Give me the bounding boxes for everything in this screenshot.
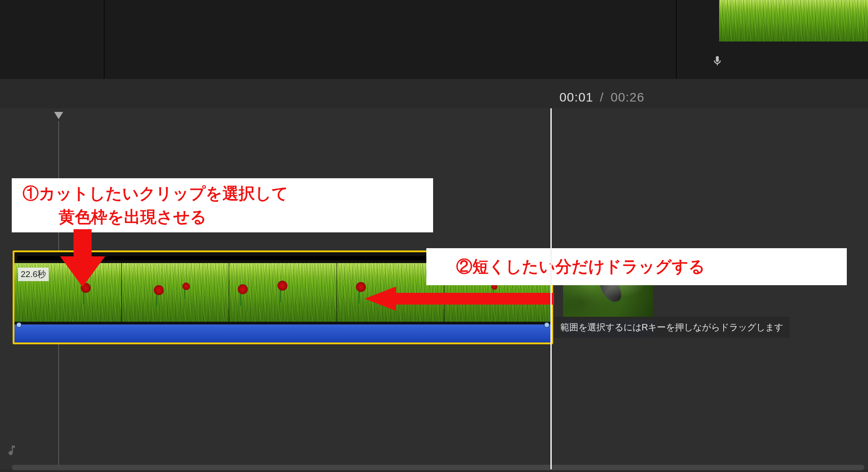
clip-audio-track[interactable] (14, 324, 551, 342)
svg-marker-2 (365, 287, 554, 311)
vertical-divider (104, 0, 105, 79)
music-note-icon (5, 444, 18, 457)
arrow-down-icon (52, 229, 111, 288)
annotation-step1: ①カットしたいクリップを選択して 黄色枠を出現させる (12, 178, 433, 232)
svg-marker-0 (54, 112, 63, 119)
playhead-start-marker[interactable] (52, 110, 65, 123)
timecode-duration: 00:26 (610, 90, 644, 104)
playhead[interactable] (550, 108, 552, 469)
audio-fade-handle-right[interactable] (544, 322, 549, 328)
annotation-text: ①カットしたいクリップを選択して (23, 182, 433, 205)
arrow-left-icon (365, 287, 554, 311)
viewer-toolbar (0, 0, 868, 79)
annotation-step2: ②短くしたい分だけドラッグする (426, 248, 847, 285)
vertical-divider (676, 0, 677, 79)
annotation-text: ②短くしたい分だけドラッグする (456, 256, 705, 278)
svg-marker-1 (60, 229, 105, 287)
voiceover-record-button[interactable] (708, 52, 726, 70)
timecode-current: 00:01 (559, 90, 593, 104)
preview-thumbnail[interactable] (719, 0, 868, 42)
horizontal-scrollbar[interactable] (12, 465, 864, 470)
timecode-separator: / (600, 90, 604, 104)
timecode-display: 00:01 / 00:26 (559, 90, 645, 105)
audio-fade-handle-left[interactable] (16, 322, 22, 328)
microphone-icon (711, 55, 723, 67)
annotation-text: 黄色枠を出現させる (23, 205, 433, 229)
clip-duration-badge: 22.6秒 (18, 268, 49, 281)
tooltip: 範囲を選択するにはRキーを押しながらドラッグします (554, 317, 790, 338)
